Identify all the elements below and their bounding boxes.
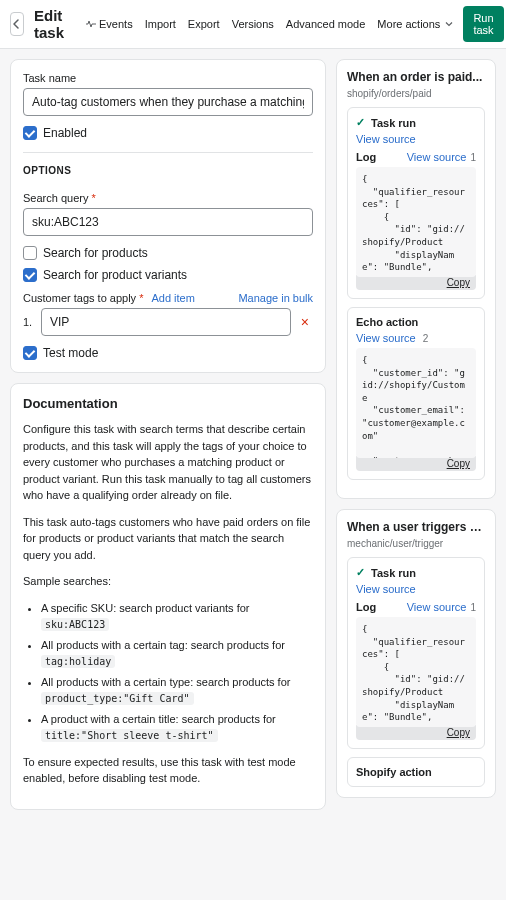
log-label: Log <box>356 601 376 613</box>
doc-p3: To ensure expected results, use this tas… <box>23 754 313 787</box>
copy-button[interactable]: Copy <box>356 456 476 471</box>
test-mode-checkbox[interactable] <box>23 346 37 360</box>
search-variants-label: Search for product variants <box>43 268 187 282</box>
back-button[interactable] <box>10 12 24 36</box>
task-card: Task name Enabled OPTIONS Search query S… <box>10 59 326 373</box>
doc-sample-list: A specific SKU: search product variants … <box>23 600 313 744</box>
event-topic: mechanic/user/trigger <box>347 538 485 549</box>
nav-advanced[interactable]: Advanced mode <box>286 18 366 30</box>
search-query-input[interactable] <box>23 208 313 236</box>
event-card: When an order is paid... shopify/orders/… <box>336 59 496 499</box>
check-icon: ✓ <box>356 566 365 579</box>
task-name-label: Task name <box>23 72 313 84</box>
task-name-input[interactable] <box>23 88 313 116</box>
nav-export[interactable]: Export <box>188 18 220 30</box>
tag-input[interactable] <box>41 308 291 336</box>
event-card: When a user triggers the task... mechani… <box>336 509 496 798</box>
log-view-source-link[interactable]: View source <box>407 601 467 613</box>
log-count: 1 <box>470 602 476 613</box>
options-heading: OPTIONS <box>23 152 313 182</box>
enabled-label: Enabled <box>43 126 87 140</box>
nav-versions[interactable]: Versions <box>232 18 274 30</box>
nav-events[interactable]: Events <box>86 18 133 30</box>
shopify-action-block: Shopify action <box>347 757 485 787</box>
remove-tag-button[interactable]: × <box>297 314 313 330</box>
doc-sample-item: A specific SKU: search product variants … <box>41 600 313 633</box>
search-products-checkbox[interactable] <box>23 246 37 260</box>
view-source-link[interactable]: View source <box>356 583 416 595</box>
doc-sample-item: A product with a certain title: search p… <box>41 711 313 744</box>
copy-button[interactable]: Copy <box>356 725 476 740</box>
tag-index: 1. <box>23 316 35 328</box>
task-run-heading: Task run <box>371 567 416 579</box>
test-mode-label: Test mode <box>43 346 98 360</box>
chevron-down-icon <box>445 20 453 28</box>
check-icon: ✓ <box>356 116 365 129</box>
search-query-label: Search query <box>23 192 313 204</box>
echo-count: 2 <box>423 333 429 344</box>
tags-label: Customer tags to apply <box>23 292 143 304</box>
tag-row: 1. × <box>23 308 313 336</box>
doc-title: Documentation <box>23 396 313 411</box>
doc-p1: Configure this task with search terms th… <box>23 421 313 504</box>
doc-sample-item: All products with a certain type: search… <box>41 674 313 707</box>
top-nav: Events Import Export Versions Advanced m… <box>86 18 453 30</box>
doc-sample-item: All products with a certain tag: search … <box>41 637 313 670</box>
nav-more[interactable]: More actions <box>377 18 453 30</box>
pulse-icon <box>86 19 96 29</box>
task-run-heading: Task run <box>371 117 416 129</box>
view-source-link[interactable]: View source <box>356 133 416 145</box>
doc-p2: This task auto-tags customers who have p… <box>23 514 313 564</box>
view-source-link[interactable]: View source <box>356 332 416 344</box>
log-count: 1 <box>470 152 476 163</box>
log-label: Log <box>356 151 376 163</box>
code-block: { "customer_id": "gid://shopify/Custome … <box>356 348 476 458</box>
event-title: When a user triggers the task... <box>347 520 485 534</box>
search-products-label: Search for products <box>43 246 148 260</box>
search-variants-checkbox[interactable] <box>23 268 37 282</box>
code-block: { "qualifier_resources": [ { "id": "gid:… <box>356 617 476 727</box>
documentation-card: Documentation Configure this task with s… <box>10 383 326 810</box>
code-block: { "qualifier_resources": [ { "id": "gid:… <box>356 167 476 277</box>
nav-events-label: Events <box>99 18 133 30</box>
echo-action-block: Echo action View source 2 { "customer_id… <box>347 307 485 480</box>
arrow-left-icon <box>11 18 23 30</box>
page-title: Edit task <box>34 7 64 41</box>
event-topic: shopify/orders/paid <box>347 88 485 99</box>
task-run-block: ✓ Task run View source Log View source 1… <box>347 107 485 299</box>
log-view-source-link[interactable]: View source <box>407 151 467 163</box>
enabled-checkbox[interactable] <box>23 126 37 140</box>
run-task-button[interactable]: Run task <box>463 6 503 42</box>
shopify-heading: Shopify action <box>356 766 432 778</box>
manage-bulk-link[interactable]: Manage in bulk <box>238 292 313 304</box>
nav-import[interactable]: Import <box>145 18 176 30</box>
doc-sample-label: Sample searches: <box>23 573 313 590</box>
top-bar: Edit task Events Import Export Versions … <box>0 0 506 49</box>
copy-button[interactable]: Copy <box>356 275 476 290</box>
add-item-link[interactable]: Add item <box>151 292 194 304</box>
echo-heading: Echo action <box>356 316 418 328</box>
nav-more-label: More actions <box>377 18 440 30</box>
task-run-block: ✓ Task run View source Log View source 1… <box>347 557 485 749</box>
event-title: When an order is paid... <box>347 70 485 84</box>
